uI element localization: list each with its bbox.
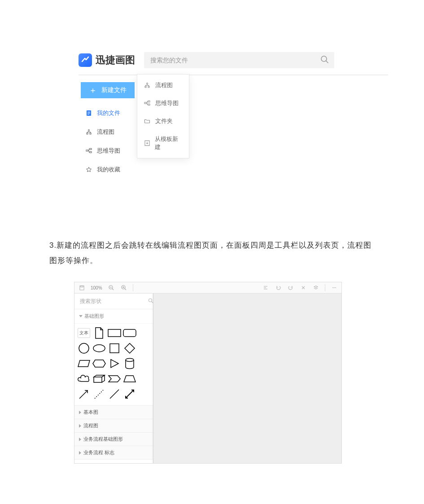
redo-icon[interactable]: [287, 284, 294, 291]
layers-icon[interactable]: [312, 284, 319, 291]
flow-icon: [85, 128, 92, 136]
mind-icon: [85, 147, 92, 154]
shape-dashed-line[interactable]: [92, 387, 106, 401]
flyout-item-label: 思维导图: [155, 99, 179, 107]
shape-step[interactable]: [108, 372, 121, 386]
logo-icon: [79, 53, 92, 67]
svg-point-0: [321, 56, 327, 61]
editor-body: 基础图形 文本: [74, 294, 341, 463]
shape-search-bar[interactable]: [74, 294, 153, 309]
shape-text[interactable]: 文本: [77, 326, 91, 340]
svg-rect-38: [108, 329, 121, 337]
chevron-right-icon: [79, 438, 81, 441]
svg-rect-15: [144, 102, 146, 104]
shape-double-arrow[interactable]: [123, 387, 136, 401]
new-file-label: 新建文件: [101, 86, 127, 94]
svg-line-45: [95, 390, 104, 399]
flow-icon: [144, 82, 151, 89]
star-icon: [85, 166, 92, 173]
search-icon[interactable]: [320, 55, 329, 66]
shape-rect[interactable]: [108, 326, 121, 340]
shape-cube[interactable]: [92, 372, 106, 386]
svg-rect-42: [110, 344, 119, 353]
flyout-item-label: 文件夹: [155, 117, 173, 125]
caption-paragraph: 3.新建的流程图之后会跳转在线编辑流程图页面，在面板四周是工具栏以及列表页，流程…: [49, 238, 375, 268]
shape-trapezoid[interactable]: [123, 372, 136, 386]
align-left-icon[interactable]: [262, 284, 269, 291]
svg-point-43: [126, 359, 134, 362]
toolbar-separator: [325, 284, 325, 291]
shape-arrow[interactable]: [77, 387, 91, 401]
shape-cloud[interactable]: [77, 372, 91, 386]
shapes-panel: 基础图形 文本: [74, 294, 153, 463]
flyout-item-mindmap[interactable]: 思维导图: [137, 94, 189, 112]
svg-point-34: [334, 287, 335, 288]
sidebar-item-flowchart[interactable]: 流程图: [81, 123, 137, 141]
shape-diamond[interactable]: [123, 342, 136, 355]
sidebar-item-favorites[interactable]: 我的收藏: [81, 160, 137, 179]
shape-hexagon[interactable]: [92, 357, 106, 370]
svg-point-33: [332, 287, 333, 288]
shape-square[interactable]: [108, 342, 121, 355]
shape-search-input[interactable]: [79, 298, 148, 305]
shape-triangle[interactable]: [108, 357, 121, 370]
more-icon[interactable]: [331, 284, 338, 291]
shape-page[interactable]: [92, 326, 106, 340]
svg-point-12: [147, 83, 148, 84]
undo-icon[interactable]: [275, 284, 282, 291]
svg-rect-17: [148, 104, 150, 105]
sidebar-item-label: 流程图: [97, 128, 114, 136]
flowchart-editor-window: 100%: [74, 282, 342, 464]
editor-canvas[interactable]: [153, 294, 341, 463]
svg-line-46: [110, 390, 119, 399]
folder-icon: [144, 118, 151, 125]
shape-parallelogram[interactable]: [77, 357, 91, 370]
shape-line[interactable]: [108, 387, 121, 401]
top-toolbar: 100%: [74, 282, 341, 294]
shape-circle[interactable]: [77, 342, 91, 355]
section-basic[interactable]: 基本图: [74, 405, 153, 419]
svg-rect-4: [87, 113, 90, 114]
shapes-grid: 文本: [74, 324, 153, 405]
svg-rect-10: [90, 149, 92, 150]
search-bar[interactable]: [144, 52, 334, 68]
canvas-shadow: [152, 294, 153, 463]
section-label: 业务流程基础图形: [83, 436, 123, 443]
section-label: 基本图: [83, 409, 98, 416]
sidebar-item-label: 思维导图: [97, 147, 120, 155]
sidebar-item-my-files[interactable]: 我的文件: [81, 104, 137, 123]
svg-point-35: [335, 287, 336, 288]
text-shape-label: 文本: [78, 328, 90, 338]
svg-rect-39: [123, 329, 136, 337]
section-label: 流程图: [83, 422, 98, 429]
sidebar-item-label: 我的文件: [97, 109, 120, 117]
zoom-label[interactable]: 100%: [91, 285, 102, 290]
svg-rect-5: [87, 114, 89, 114]
file-manager-window: 迅捷画图 ＋ 新建文件: [79, 49, 388, 213]
flyout-item-template[interactable]: 从模板新建: [137, 130, 189, 156]
delete-icon[interactable]: [300, 284, 307, 291]
search-input[interactable]: [149, 56, 320, 64]
section-basic-shapes[interactable]: 基础图形: [74, 309, 153, 324]
shape-cylinder[interactable]: [123, 357, 136, 370]
section-business-flags[interactable]: 业务流程 标志: [74, 446, 153, 460]
flyout-item-folder[interactable]: 文件夹: [137, 112, 189, 130]
section-business-basic[interactable]: 业务流程基础图形: [74, 432, 153, 446]
section-flowchart[interactable]: 流程图: [74, 419, 153, 432]
chevron-right-icon: [79, 411, 81, 414]
sidebar-item-mindmap[interactable]: 思维导图: [81, 141, 137, 160]
zoom-out-icon[interactable]: [108, 284, 115, 291]
svg-rect-14: [148, 86, 149, 88]
zoom-in-icon[interactable]: [120, 284, 127, 291]
shape-ellipse[interactable]: [92, 342, 106, 355]
svg-rect-8: [90, 133, 91, 134]
svg-line-1: [326, 61, 328, 63]
svg-point-40: [79, 343, 89, 353]
shape-roundrect[interactable]: [123, 326, 136, 340]
mind-icon: [144, 100, 151, 107]
save-icon[interactable]: [78, 284, 85, 291]
header-bar: 迅捷画图: [79, 49, 388, 75]
new-file-button[interactable]: ＋ 新建文件: [81, 82, 135, 98]
flyout-item-flowchart[interactable]: 流程图: [137, 76, 189, 94]
chevron-right-icon: [79, 451, 81, 455]
